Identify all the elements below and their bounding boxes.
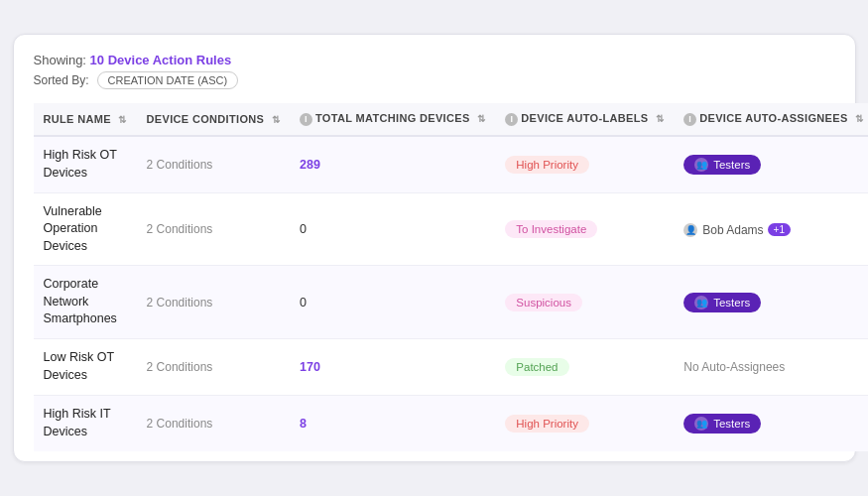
table-row: High Risk OT Devices2 Conditions289High … (34, 136, 869, 193)
cell-label: High Priority (495, 395, 674, 451)
cell-conditions: 2 Conditions (137, 192, 290, 266)
matching-number[interactable]: 8 (300, 417, 307, 431)
conditions-text: 2 Conditions (147, 222, 213, 236)
label-badge: Suspicious (505, 294, 582, 311)
sort-icon-labels: ⇅ (656, 113, 664, 124)
person-avatar-icon: 👤 (683, 223, 697, 237)
label-badge: High Priority (505, 156, 589, 174)
matching-number[interactable]: 289 (300, 158, 320, 172)
cell-rule-name: High Risk IT Devices (34, 395, 137, 451)
cell-assignee: 👥Testers (674, 136, 868, 193)
cell-matching: 289 (290, 136, 495, 193)
matching-number: 0 (300, 296, 307, 310)
conditions-text: 2 Conditions (147, 158, 213, 172)
team-avatar-icon: 👥 (694, 296, 708, 310)
label-badge: To Investigate (505, 220, 597, 238)
showing-label: Showing: (34, 53, 86, 67)
cell-conditions: 2 Conditions (137, 136, 290, 193)
cell-label: Suspicious (495, 266, 674, 339)
sort-icon-rule-name: ⇅ (118, 114, 126, 125)
sorted-bar: Sorted By: CREATION DATE (ASC) (34, 71, 835, 89)
sort-badge[interactable]: CREATION DATE (ASC) (97, 71, 239, 89)
info-icon-matching: i (300, 113, 312, 126)
matching-number: 0 (300, 222, 307, 236)
col-device-conditions[interactable]: DEVICE CONDITIONS ⇅ (137, 103, 290, 136)
showing-value: 10 Device Action Rules (90, 53, 232, 67)
cell-label: High Priority (495, 136, 674, 193)
table-row: High Risk IT Devices2 Conditions8High Pr… (34, 395, 869, 451)
sort-icon-matching: ⇅ (477, 113, 485, 124)
cell-rule-name: Corporate Network Smartphones (34, 266, 137, 339)
cell-label: To Investigate (495, 192, 674, 266)
sort-icon-conditions: ⇅ (272, 114, 280, 125)
rules-table: RULE NAME ⇅ DEVICE CONDITIONS ⇅ iTOTAL M… (34, 103, 869, 451)
team-avatar-icon: 👥 (694, 158, 708, 172)
cell-rule-name: Vulnerable Operation Devices (34, 192, 137, 266)
conditions-text: 2 Conditions (147, 360, 213, 374)
cell-assignee: 👥Testers (674, 395, 868, 451)
col-total-matching[interactable]: iTOTAL MATCHING DEVICES ⇅ (290, 103, 495, 136)
label-badge: Patched (505, 358, 568, 376)
info-icon-assignees: i (683, 113, 696, 126)
cell-assignee: 👥Testers (674, 266, 868, 339)
assignee-team-badge: 👥Testers (683, 414, 761, 434)
col-rule-name[interactable]: RULE NAME ⇅ (34, 103, 137, 136)
cell-conditions: 2 Conditions (137, 266, 290, 339)
table-row: Low Risk OT Devices2 Conditions170Patche… (34, 338, 869, 395)
main-container: Showing: 10 Device Action Rules Sorted B… (13, 34, 856, 462)
cell-matching: 170 (290, 338, 495, 395)
cell-matching: 0 (290, 192, 495, 266)
table-header-row: RULE NAME ⇅ DEVICE CONDITIONS ⇅ iTOTAL M… (34, 103, 869, 136)
label-badge: High Priority (505, 415, 589, 433)
table-row: Corporate Network Smartphones2 Condition… (34, 266, 869, 339)
cell-rule-name: High Risk OT Devices (34, 136, 137, 193)
assignee-extra-badge: +1 (768, 223, 791, 236)
cell-matching: 0 (290, 266, 495, 339)
no-assignees-text: No Auto-Assignees (683, 360, 785, 374)
cell-assignee: No Auto-Assignees (674, 338, 868, 395)
rule-name-text: Low Risk OT Devices (44, 350, 114, 382)
matching-number[interactable]: 170 (300, 360, 320, 374)
col-auto-labels[interactable]: iDEVICE AUTO-LABELS ⇅ (495, 103, 674, 136)
team-avatar-icon: 👥 (694, 417, 708, 431)
cell-conditions: 2 Conditions (137, 395, 290, 451)
rule-name-text: High Risk IT Devices (44, 407, 111, 438)
assignee-person: 👤Bob Adams (683, 223, 763, 237)
cell-rule-name: Low Risk OT Devices (34, 338, 137, 395)
rule-name-text: High Risk OT Devices (44, 148, 117, 180)
cell-label: Patched (495, 338, 674, 395)
rule-name-text: Corporate Network Smartphones (44, 277, 117, 325)
conditions-text: 2 Conditions (147, 417, 213, 431)
sort-icon-assignees: ⇅ (855, 113, 863, 124)
cell-conditions: 2 Conditions (137, 338, 290, 395)
cell-matching: 8 (290, 395, 495, 451)
col-auto-assignees[interactable]: iDEVICE AUTO-ASSIGNEES ⇅ (674, 103, 868, 136)
table-row: Vulnerable Operation Devices2 Conditions… (34, 192, 869, 266)
cell-assignee: 👤Bob Adams+1 (674, 192, 868, 266)
info-icon-labels: i (505, 113, 518, 126)
conditions-text: 2 Conditions (147, 296, 213, 310)
sorted-label: Sorted By: (34, 73, 89, 87)
assignee-team-badge: 👥Testers (683, 155, 761, 175)
assignee-team-badge: 👥Testers (683, 293, 761, 312)
rule-name-text: Vulnerable Operation Devices (44, 204, 102, 253)
showing-bar: Showing: 10 Device Action Rules (34, 53, 835, 67)
table-body: High Risk OT Devices2 Conditions289High … (34, 136, 869, 451)
